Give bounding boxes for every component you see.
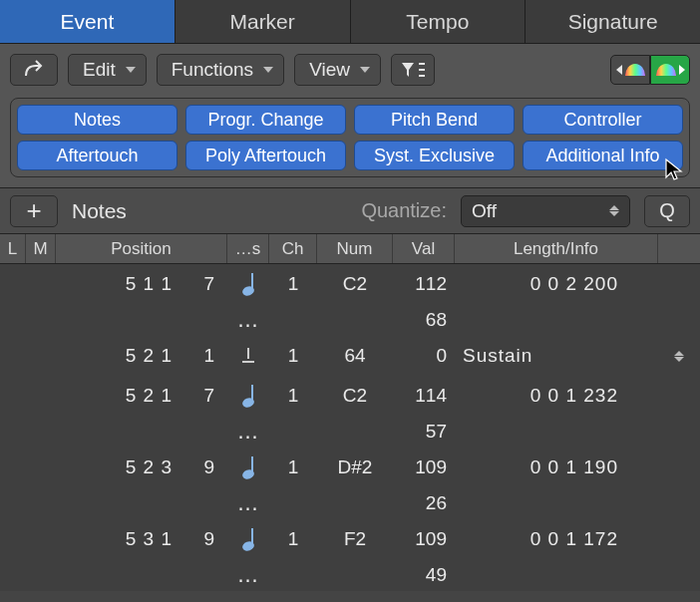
cell-num[interactable]: C2: [317, 376, 393, 416]
quantize-value: Off: [472, 200, 497, 222]
quantize-select[interactable]: Off: [461, 195, 630, 227]
chevron-left-icon: [616, 65, 622, 75]
table-row-secondary[interactable]: …26: [0, 487, 700, 519]
cell-position[interactable]: 5 2 1 1: [56, 336, 227, 376]
cell-length[interactable]: 0 0 1 232: [455, 376, 658, 416]
cell-m[interactable]: [26, 519, 56, 559]
quantize-apply-button[interactable]: Q: [644, 195, 690, 227]
status-icon[interactable]: [227, 336, 269, 376]
palette-next-button[interactable]: [650, 55, 690, 85]
cell-m[interactable]: [26, 336, 56, 376]
cell-val[interactable]: 109: [393, 448, 455, 487]
cell-l[interactable]: [0, 336, 26, 376]
cell-length[interactable]: Sustain: [455, 336, 658, 376]
filter-syst-exclusive[interactable]: Syst. Exclusive: [354, 141, 515, 170]
cell-ch[interactable]: 1: [269, 264, 317, 304]
cell-l[interactable]: [0, 519, 26, 559]
create-mode-label: Notes: [72, 199, 127, 223]
filter-icon: [400, 60, 426, 80]
col-ch[interactable]: Ch: [269, 234, 317, 263]
cell-ch[interactable]: 1: [269, 376, 317, 416]
col-num[interactable]: Num: [317, 234, 393, 263]
cell-num[interactable]: D#2: [317, 448, 393, 487]
cell-m[interactable]: [26, 376, 56, 416]
col-val[interactable]: Val: [393, 234, 455, 263]
status-icon[interactable]: [227, 519, 269, 559]
cell-position[interactable]: 5 2 3 9: [56, 448, 227, 487]
cell-val[interactable]: 0: [393, 336, 455, 376]
filter-progr-change[interactable]: Progr. Change: [185, 105, 346, 135]
filter-toggle-button[interactable]: [391, 54, 435, 86]
table-row[interactable]: 5 2 1 11640Sustain: [0, 336, 700, 376]
filter-notes[interactable]: Notes: [17, 105, 177, 135]
tab-tempo[interactable]: Tempo: [351, 0, 526, 43]
main-tab-bar: Event Marker Tempo Signature: [0, 0, 700, 44]
tab-signature[interactable]: Signature: [525, 0, 700, 43]
cell-val[interactable]: 114: [393, 376, 455, 416]
filter-pitch-bend[interactable]: Pitch Bend: [354, 105, 515, 135]
col-length[interactable]: Length/Info: [455, 234, 658, 263]
cell-position[interactable]: 5 2 1 7: [56, 376, 227, 416]
filter-poly-aftertouch[interactable]: Poly Aftertouch: [185, 141, 346, 170]
cell-val2[interactable]: 68: [393, 304, 455, 336]
col-status[interactable]: …s: [227, 234, 269, 263]
chevron-down-icon: [126, 67, 136, 73]
table-body: 5 1 1 71C21120 0 2 200…685 2 1 11640Sust…: [0, 264, 700, 591]
cell-length[interactable]: 0 0 1 172: [455, 519, 658, 559]
event-table: L M Position …s Ch Num Val Length/Info 5…: [0, 234, 700, 591]
functions-menu[interactable]: Functions: [157, 54, 284, 86]
cell-ch[interactable]: 1: [269, 519, 317, 559]
cell-ch[interactable]: 1: [269, 448, 317, 487]
length-stepper[interactable]: [658, 336, 700, 376]
cell-length[interactable]: 0 0 1 190: [455, 448, 658, 487]
cell-l[interactable]: [0, 376, 26, 416]
quantize-label: Quantize:: [361, 199, 447, 222]
filter-additional-info[interactable]: Additional Info: [523, 141, 683, 170]
cell-l[interactable]: [0, 264, 26, 304]
filter-additional-info-label: Additional Info: [545, 146, 659, 166]
status-icon[interactable]: [227, 448, 269, 487]
edit-menu[interactable]: Edit: [68, 54, 147, 86]
cell-ch[interactable]: 1: [269, 336, 317, 376]
cell-num[interactable]: 64: [317, 336, 393, 376]
back-button[interactable]: [10, 54, 58, 86]
cell-val2[interactable]: 49: [393, 559, 455, 591]
cell-length[interactable]: 0 0 2 200: [455, 264, 658, 304]
table-row-secondary[interactable]: …68: [0, 304, 700, 336]
table-row[interactable]: 5 1 1 71C21120 0 2 200: [0, 264, 700, 304]
filter-aftertouch[interactable]: Aftertouch: [17, 141, 177, 170]
cell-val2[interactable]: 57: [393, 416, 455, 448]
cell-val2[interactable]: 26: [393, 487, 455, 519]
table-row[interactable]: 5 2 3 91D#21090 0 1 190: [0, 448, 700, 487]
status-more-icon[interactable]: …: [227, 304, 269, 336]
table-row[interactable]: 5 3 1 91F21090 0 1 172: [0, 519, 700, 559]
chevron-down-icon: [360, 67, 370, 73]
status-icon[interactable]: [227, 376, 269, 416]
cell-val[interactable]: 109: [393, 519, 455, 559]
table-row-secondary[interactable]: …57: [0, 416, 700, 448]
cell-num[interactable]: C2: [317, 264, 393, 304]
table-row-secondary[interactable]: …49: [0, 559, 700, 591]
cell-l[interactable]: [0, 448, 26, 487]
cell-val[interactable]: 112: [393, 264, 455, 304]
cell-num[interactable]: F2: [317, 519, 393, 559]
cell-position[interactable]: 5 1 1 7: [56, 264, 227, 304]
status-more-icon[interactable]: …: [227, 416, 269, 448]
view-menu[interactable]: View: [294, 54, 381, 86]
status-more-icon[interactable]: …: [227, 487, 269, 519]
palette-prev-button[interactable]: [610, 55, 650, 85]
tab-marker[interactable]: Marker: [175, 0, 351, 43]
add-event-button[interactable]: +: [10, 195, 58, 227]
tab-event[interactable]: Event: [0, 0, 175, 43]
table-row[interactable]: 5 2 1 71C21140 0 1 232: [0, 376, 700, 416]
cell-m[interactable]: [26, 264, 56, 304]
event-type-filters: Notes Progr. Change Pitch Bend Controlle…: [10, 98, 690, 177]
col-l[interactable]: L: [0, 234, 26, 263]
col-m[interactable]: M: [26, 234, 56, 263]
col-position[interactable]: Position: [56, 234, 227, 263]
filter-controller[interactable]: Controller: [523, 105, 683, 135]
cell-position[interactable]: 5 3 1 9: [56, 519, 227, 559]
status-more-icon[interactable]: …: [227, 559, 269, 591]
cell-m[interactable]: [26, 448, 56, 487]
status-icon[interactable]: [227, 264, 269, 304]
